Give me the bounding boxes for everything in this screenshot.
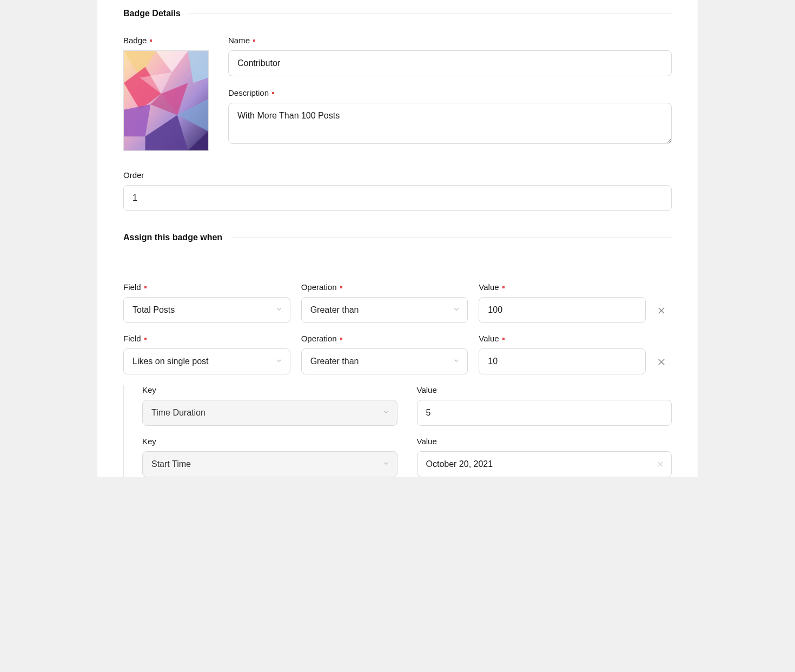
name-label: Name bbox=[228, 36, 250, 45]
key-select-value: Time Duration bbox=[142, 400, 398, 426]
operation-select-value: Greater than bbox=[301, 297, 468, 323]
section-divider bbox=[231, 238, 672, 238]
required-marker bbox=[502, 338, 505, 340]
value-label: Value bbox=[479, 282, 499, 292]
close-icon bbox=[657, 306, 666, 315]
name-description-column: Name Description bbox=[228, 36, 672, 157]
field-label: Field bbox=[123, 334, 141, 343]
section-title: Assign this badge when bbox=[123, 233, 222, 242]
key-label: Key bbox=[142, 385, 156, 394]
date-input-value: October 20, 2021 bbox=[417, 451, 672, 477]
operation-select-value: Greater than bbox=[301, 348, 468, 374]
field-select-value: Total Posts bbox=[123, 297, 290, 323]
required-marker bbox=[272, 92, 274, 94]
key-select-value: Start Time bbox=[142, 451, 398, 477]
date-input[interactable]: October 20, 2021 bbox=[417, 451, 672, 477]
kv-row: Key Start Time Value October 20, 2021 bbox=[142, 437, 672, 477]
section-header-badge-details: Badge Details bbox=[123, 9, 672, 18]
name-input[interactable] bbox=[228, 50, 672, 76]
value-label: Value bbox=[417, 437, 437, 446]
operation-label: Operation bbox=[301, 282, 337, 292]
operation-select[interactable]: Greater than bbox=[301, 297, 468, 323]
section-title: Badge Details bbox=[123, 9, 181, 18]
remove-rule-button[interactable] bbox=[657, 357, 666, 367]
field-select[interactable]: Likes on single post bbox=[123, 348, 290, 374]
badge-label: Badge bbox=[123, 36, 147, 45]
required-marker bbox=[253, 39, 255, 42]
operation-select[interactable]: Greater than bbox=[301, 348, 468, 374]
required-marker bbox=[144, 286, 147, 288]
operation-label: Operation bbox=[301, 334, 337, 343]
key-select-disabled: Start Time bbox=[142, 451, 398, 477]
field-label: Field bbox=[123, 282, 141, 292]
value-input[interactable] bbox=[479, 348, 646, 374]
order-input[interactable] bbox=[123, 185, 672, 211]
remove-rule-button[interactable] bbox=[657, 306, 666, 315]
badge-image-upload[interactable] bbox=[123, 50, 209, 151]
value-input[interactable] bbox=[479, 297, 646, 323]
value-label: Value bbox=[479, 334, 499, 343]
close-icon bbox=[657, 460, 664, 468]
kv-row: Key Time Duration Value bbox=[142, 385, 672, 426]
order-label: Order bbox=[123, 170, 144, 180]
badge-image-column: Badge bbox=[123, 36, 215, 157]
top-row: Badge bbox=[123, 36, 672, 157]
badge-form-panel: Badge Details Badge bbox=[97, 0, 698, 477]
clear-button[interactable] bbox=[657, 460, 664, 468]
required-marker bbox=[340, 338, 342, 340]
sub-rules-section: Key Time Duration Value Key bbox=[123, 385, 672, 477]
field-select[interactable]: Total Posts bbox=[123, 297, 290, 323]
description-label: Description bbox=[228, 88, 269, 97]
required-marker bbox=[144, 338, 147, 340]
field-select-value: Likes on single post bbox=[123, 348, 290, 374]
rule-row: Field Total Posts Operation Greater than bbox=[123, 282, 672, 323]
description-input[interactable] bbox=[228, 103, 672, 144]
value-label: Value bbox=[417, 385, 437, 394]
value-input[interactable] bbox=[417, 400, 672, 426]
required-marker bbox=[502, 286, 505, 288]
required-marker bbox=[340, 286, 342, 288]
rule-row: Field Likes on single post Operation Gre… bbox=[123, 334, 672, 374]
section-divider bbox=[189, 14, 672, 14]
spacer bbox=[123, 260, 672, 282]
required-marker bbox=[150, 39, 152, 42]
section-header-assign-when: Assign this badge when bbox=[123, 233, 672, 242]
close-icon bbox=[657, 357, 666, 367]
key-label: Key bbox=[142, 437, 156, 446]
key-select-disabled: Time Duration bbox=[142, 400, 398, 426]
